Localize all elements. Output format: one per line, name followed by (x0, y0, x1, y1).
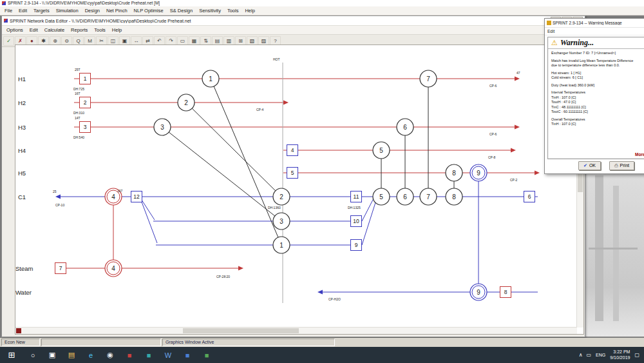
taskbar-search-icon[interactable]: ○ (23, 347, 43, 363)
stream-label-steam: Steam (15, 265, 33, 272)
unit-square-4[interactable]: 4 (287, 145, 298, 156)
more-link[interactable]: More... (635, 152, 644, 157)
taskbar-file-explorer-icon[interactable]: ▤ (62, 347, 81, 363)
taskbar-edge-browser-icon[interactable]: e (81, 347, 100, 363)
ok-button[interactable]: ✔ OK (578, 161, 601, 170)
exchanger-node-3[interactable]: 3 (154, 119, 171, 135)
taskbar-app-green-icon[interactable]: ■ (197, 347, 216, 363)
svg-text:5: 5 (379, 193, 383, 201)
editor-menu-help[interactable]: Help (109, 27, 125, 33)
exchanger-node-9[interactable]: 9 (470, 164, 487, 181)
warning-text-line: Match has invalid Log Mean Temperature D… (551, 59, 644, 64)
unit-square-12[interactable]: 12 (131, 191, 142, 202)
tray-expand-icon[interactable]: ∧ (579, 352, 583, 358)
palette-button[interactable] (16, 328, 21, 333)
editor-menu-options[interactable]: Options (3, 27, 26, 33)
exchanger-node-9[interactable]: 9 (470, 284, 487, 300)
stream-H3-arrowhead (515, 125, 520, 130)
stream-H4-arrowhead (511, 148, 516, 153)
taskbar-app-teal-icon[interactable]: ■ (139, 347, 158, 363)
main-menu-edit[interactable]: Edit (15, 8, 30, 14)
unit-square-5[interactable]: 5 (287, 168, 298, 179)
exchanger-node-1[interactable]: 1 (273, 237, 290, 253)
taskbar-chrome-browser-icon[interactable]: ◉ (100, 347, 120, 363)
exchanger-node-7[interactable]: 7 (420, 70, 437, 87)
taskbar-clock[interactable]: 3:22 PM 9/10/2019 (610, 349, 630, 360)
unit-square-10[interactable]: 10 (351, 216, 362, 227)
taskbar-word-icon[interactable]: W (158, 347, 178, 363)
editor-menu-tools[interactable]: Tools (91, 27, 109, 33)
main-menu-design[interactable]: Design (82, 8, 103, 14)
svg-text:8: 8 (452, 170, 456, 177)
status-bar: Econ New Graphics Window Active (0, 338, 644, 347)
notification-center-icon[interactable]: ▢ (634, 352, 639, 358)
svg-text:12: 12 (133, 193, 140, 200)
stream-H2-arrowhead (283, 101, 289, 105)
main-menu-tools[interactable]: Tools (224, 8, 242, 14)
unit-square-2[interactable]: 2 (80, 97, 91, 108)
main-menu-help[interactable]: Help (242, 8, 258, 14)
warning-text-line: ToutH : 47.0 [C] (551, 100, 644, 105)
dialog-menu-edit[interactable]: Edit (545, 29, 557, 34)
print-button[interactable]: ⎙ Print (609, 161, 634, 170)
graphics-canvas[interactable]: 123451211109678172365894256783149H1H2H3H… (15, 44, 584, 335)
main-menu-net-pinch[interactable]: Net Pinch (103, 8, 131, 14)
ok-button-label: OK (589, 162, 596, 169)
exchanger-node-6[interactable]: 6 (397, 119, 413, 135)
annotation-label: CP-4 (256, 108, 264, 112)
exchanger-node-8[interactable]: 8 (446, 164, 462, 181)
unit-square-1[interactable]: 1 (80, 74, 91, 84)
watermark-deck (589, 248, 638, 250)
taskbar-start-icon[interactable]: ⊞ (0, 347, 23, 363)
language-indicator[interactable]: ENG (596, 353, 605, 357)
editor-menu-calculate[interactable]: Calculate (41, 27, 68, 33)
exchanger-node-6[interactable]: 6 (397, 188, 413, 205)
tray-icons-wrap: ∧▭ (579, 352, 591, 358)
print-button-label: Print (620, 162, 629, 169)
main-menu-nlp-optimise[interactable]: NLP Optimise (131, 8, 167, 14)
taskbar-task-view-icon[interactable]: ▣ (43, 347, 62, 363)
exchanger-node-1[interactable]: 1 (202, 70, 219, 87)
toolbar-accept-icon[interactable]: ✓ (3, 36, 14, 46)
annotation-label: HOT (273, 57, 280, 61)
exchanger-node-4[interactable]: 4 (105, 260, 122, 277)
svg-text:3: 3 (160, 124, 164, 131)
editor-titlebar[interactable]: SPRINT Network Data Editor - \\.\VDIDRIV… (2, 16, 585, 26)
svg-text:10: 10 (353, 218, 359, 224)
annotation-label: DH:1360 (268, 206, 281, 210)
warning-dialog-title: SPRINT 2.9-134 -- Warning Message (553, 21, 622, 25)
taskbar-app-blue-icon[interactable]: ■ (178, 347, 197, 363)
main-menu-targets[interactable]: Targets (30, 8, 53, 14)
annotation-label: DH:1325 (348, 206, 361, 210)
unit-square-3[interactable]: 3 (80, 122, 91, 133)
exchanger-node-7[interactable]: 7 (420, 188, 437, 205)
exchanger-node-5[interactable]: 5 (373, 142, 390, 159)
warning-dialog-body: ⚠ Warning... Exchanger Number 7 ID: 7 [<… (545, 35, 644, 173)
main-menu-simulation[interactable]: Simulation (53, 8, 82, 14)
stream-H5-arrowhead (535, 171, 540, 175)
unit-square-6[interactable]: 6 (524, 191, 535, 202)
editor-menu-reports[interactable]: Reports (68, 27, 91, 33)
main-menu-s-design[interactable]: S& Design (167, 8, 196, 14)
horizontal-scrollbar[interactable] (15, 327, 577, 334)
exchanger-node-5[interactable]: 5 (373, 188, 390, 205)
main-menu-file[interactable]: File (1, 8, 15, 14)
taskbar-app-red-icon[interactable]: ■ (120, 347, 139, 363)
status-message: Graphics Window Active (162, 338, 335, 346)
background-watermark-photo (585, 170, 644, 337)
exchanger-node-8[interactable]: 8 (446, 188, 462, 205)
horizontal-scroll-thumb[interactable] (183, 328, 299, 333)
unit-square-9[interactable]: 9 (351, 240, 362, 251)
unit-square-8[interactable]: 8 (500, 287, 511, 298)
main-menu-sensitivity[interactable]: Sensitivity (196, 8, 224, 14)
unit-square-11[interactable]: 11 (351, 191, 362, 202)
exchanger-node-2[interactable]: 2 (273, 188, 290, 205)
warning-message-box: ⚠ Warning... Exchanger Number 7 ID: 7 [<… (547, 37, 644, 159)
warning-dialog-titlebar[interactable]: SPRINT 2.9-134 -- Warning Message (545, 19, 644, 28)
exchanger-node-2[interactable]: 2 (178, 94, 194, 111)
tray-display-icon[interactable]: ▭ (587, 352, 592, 358)
editor-menu-edit[interactable]: Edit (26, 27, 41, 33)
svg-text:7: 7 (426, 75, 430, 83)
unit-square-7[interactable]: 7 (55, 263, 66, 274)
exchanger-node-3[interactable]: 3 (273, 213, 290, 230)
